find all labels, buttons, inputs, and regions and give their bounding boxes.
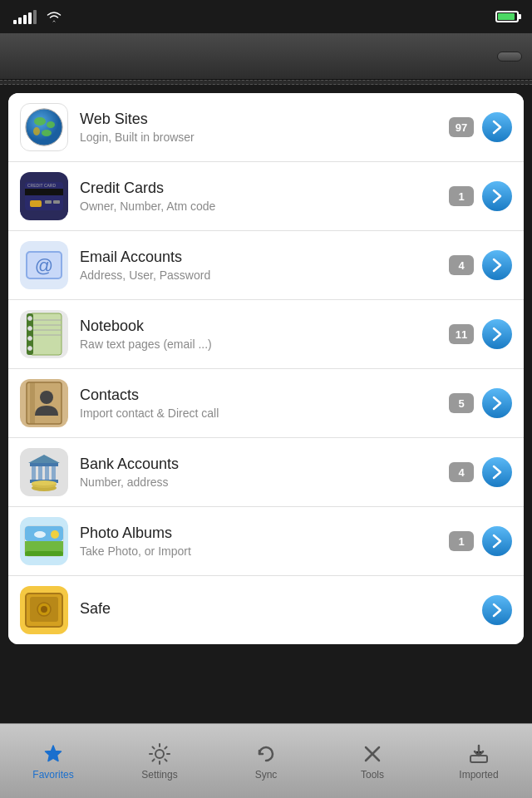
sync-tab-icon [254,742,278,766]
creditcards-subtitle: Owner, Number, Atm code [80,200,449,213]
websites-count: 97 [449,117,474,137]
svg-point-42 [32,480,57,485]
websites-title: Web Sites [80,111,449,128]
photoalbums-title: Photo Albums [80,525,449,542]
svg-rect-34 [30,463,58,466]
favorites-tab-icon [42,742,65,766]
tab-tools[interactable]: Tools [319,736,426,787]
svg-rect-35 [32,466,36,480]
svg-rect-11 [25,189,63,195]
svg-point-27 [28,337,32,341]
svg-rect-12 [30,200,42,207]
tools-tab-label: Tools [361,769,384,781]
svg-marker-33 [28,455,60,463]
tab-sync[interactable]: Sync [213,736,319,787]
list-item-bankaccounts[interactable]: Bank AccountsNumber, address4 [8,438,524,507]
svg-rect-31 [30,382,35,424]
svg-point-54 [41,606,47,613]
battery-icon [495,11,519,22]
favorites-tab-label: Favorites [32,769,73,781]
notebook-subtitle: Raw text pages (email ...) [80,337,449,351]
creditcards-count: 1 [449,186,474,206]
svg-point-26 [28,327,32,331]
safe-title: Safe [80,600,482,618]
notebook-chevron-button[interactable] [482,319,512,349]
bankaccounts-title: Bank Accounts [80,456,449,473]
signal-icon [13,10,37,24]
safe-chevron-button[interactable] [482,595,512,625]
websites-icon [20,103,68,151]
contacts-subtitle: Import contact & Direct call [80,406,449,420]
imported-tab-label: Imported [459,769,498,781]
list-item-contacts[interactable]: ContactsImport contact & Direct call5 [8,369,524,438]
list-item-emailaccounts[interactable]: @ Email AccountsAddress, User, Password4 [8,231,524,300]
safe-icon [20,586,68,634]
notebook-icon [20,310,68,358]
svg-rect-36 [38,466,42,480]
settings-tab-icon [148,742,171,766]
svg-point-6 [47,121,55,128]
contacts-count: 5 [449,393,474,413]
emailaccounts-title: Email Accounts [80,249,449,266]
emailaccounts-subtitle: Address, User, Password [80,268,449,282]
svg-point-28 [28,347,32,351]
emailaccounts-icon: @ [20,241,68,289]
bankaccounts-count: 4 [449,462,474,482]
photoalbums-subtitle: Take Photo, or Import [80,544,449,558]
websites-subtitle: Login, Built in browser [80,131,449,144]
photoalbums-chevron-button[interactable] [482,526,512,556]
contacts-icon [20,379,68,427]
svg-point-25 [28,317,32,321]
emailaccounts-count: 4 [449,255,474,275]
tab-imported[interactable]: Imported [426,736,532,787]
tab-favorites[interactable]: Favorites [0,736,106,787]
creditcards-icon: CREDIT CARD [20,172,68,220]
wifi-icon [47,11,62,22]
status-right [495,11,519,22]
tab-bar: FavoritesSettingsSyncToolsImported [0,723,532,798]
list-item-websites[interactable]: Web SitesLogin, Built in browser97 [8,93,524,162]
list-item-notebook[interactable]: NotebookRaw text pages (email ...)11 [8,300,524,369]
svg-text:CREDIT CARD: CREDIT CARD [27,183,56,188]
header [0,33,532,80]
photoalbums-icon [20,517,68,565]
svg-rect-13 [45,200,52,204]
svg-rect-49 [25,551,63,556]
svg-point-46 [51,530,59,539]
list-item-safe[interactable]: Safe [8,576,524,644]
creditcards-chevron-button[interactable] [482,181,512,211]
svg-text:@: @ [35,255,53,276]
svg-point-8 [33,127,40,135]
svg-rect-37 [45,466,49,480]
contacts-title: Contacts [80,387,449,404]
emailaccounts-chevron-button[interactable] [482,250,512,280]
list-item-photoalbums[interactable]: Photo AlbumsTake Photo, or Import1 [8,507,524,576]
notebook-title: Notebook [80,318,449,335]
status-bar [0,0,532,33]
sync-tab-label: Sync [255,769,278,781]
tools-tab-icon [361,742,384,766]
svg-point-7 [42,130,52,136]
websites-chevron-button[interactable] [482,112,512,142]
scroll-area[interactable]: Web SitesLogin, Built in browser97 CREDI… [0,85,532,723]
status-left [13,10,62,24]
notebook-count: 11 [449,324,474,344]
svg-rect-38 [52,466,56,480]
tab-settings[interactable]: Settings [106,736,213,787]
svg-point-55 [155,750,164,758]
photoalbums-count: 1 [449,531,474,551]
creditcards-title: Credit Cards [80,180,449,197]
edit-button[interactable] [497,52,522,62]
bankaccounts-icon [20,448,68,496]
svg-point-32 [40,391,53,404]
settings-tab-label: Settings [141,769,177,781]
favorites-list: Web SitesLogin, Built in browser97 CREDI… [8,93,524,644]
list-item-creditcards[interactable]: CREDIT CARD Credit CardsOwner, Number, A… [8,162,524,231]
bankaccounts-subtitle: Number, address [80,475,449,489]
svg-point-5 [34,117,46,126]
bankaccounts-chevron-button[interactable] [482,457,512,487]
contacts-chevron-button[interactable] [482,388,512,418]
svg-rect-14 [53,200,60,204]
svg-point-47 [34,531,46,538]
imported-tab-icon [467,742,490,766]
